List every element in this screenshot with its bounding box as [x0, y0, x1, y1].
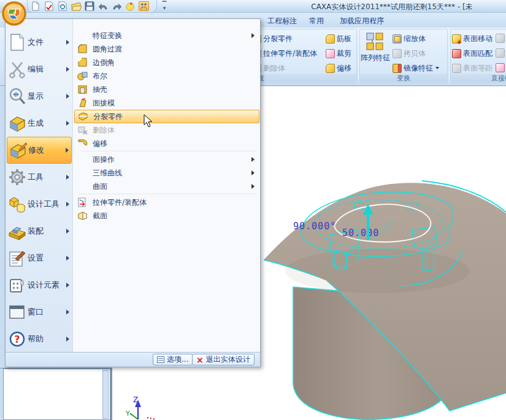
mirror-feature-button[interactable]: 镜像特征 [393, 62, 439, 74]
menu-item-help[interactable]: ? 帮助 [7, 326, 72, 353]
magnifier-icon [7, 86, 28, 107]
submenu-arrow-icon [66, 202, 69, 207]
scale-body-button[interactable]: 缩放体 [393, 32, 426, 45]
equidistant-face-icon [452, 64, 461, 73]
save-icon[interactable] [85, 1, 95, 11]
scale-body-icon [393, 34, 402, 44]
new-file-icon[interactable] [31, 1, 41, 11]
scissors-icon [7, 59, 28, 80]
render-sphere-icon[interactable] [125, 1, 136, 11]
redo-icon[interactable] [112, 1, 122, 11]
tab-load-application[interactable]: 加载应用程序 [335, 15, 389, 27]
mirror-feature-icon [393, 64, 402, 73]
submenu-item-offset[interactable]: 偏移 [74, 137, 259, 150]
equidistant-face-button: 表面等距 [452, 62, 493, 74]
tab-common[interactable]: 常用 [304, 15, 329, 27]
fillet-icon [77, 44, 88, 54]
array-feature-button[interactable]: 阵列特征 [361, 31, 390, 63]
submenu-arrow-icon [66, 283, 69, 288]
menu-item-assembly[interactable]: 装配 [7, 218, 72, 245]
submenu-arrow-icon [66, 229, 69, 234]
submenu-arrow-icon [66, 121, 69, 126]
submenu-item-split-part[interactable]: 分裂零件 [74, 110, 259, 123]
submenu-item-3d-curves[interactable]: 三维曲线 [74, 166, 259, 180]
undo-icon[interactable] [98, 1, 109, 11]
submenu-item-fillet[interactable]: 圆角过渡 [74, 42, 259, 56]
mouse-cursor [144, 114, 155, 131]
gear-icon [7, 167, 28, 188]
offset-icon [326, 64, 335, 73]
section-icon [77, 211, 88, 221]
file-preview-icon[interactable] [58, 1, 68, 11]
draft-icon [77, 98, 88, 108]
copy-body-icon [393, 49, 402, 58]
window-title: CAXA实体设计2011***试用期还剩15天*** - [未 [279, 2, 505, 12]
rib-plate-button[interactable]: 筋板 [326, 32, 351, 45]
menu-item-display[interactable]: 显示 [7, 83, 72, 110]
open-marked-file-icon[interactable] [44, 1, 55, 11]
submenu-item-delete-body: 删除体 [74, 123, 259, 137]
submenu-arrow-icon [66, 337, 69, 342]
menu-item-design-tools[interactable]: 设计工具 [7, 191, 72, 218]
menu-item-generate[interactable]: 生成 [7, 110, 72, 137]
stretch-part-button[interactable]: 拉伸零件/装配体 [252, 47, 317, 59]
menu-item-edit[interactable]: 编辑 [7, 56, 72, 83]
assembly-icon [7, 221, 28, 242]
submenu-arrow-icon [66, 175, 69, 180]
submenu-item-section[interactable]: 截面 [74, 209, 259, 223]
chamfer-icon [77, 58, 88, 67]
application-menu-button[interactable] [1, 1, 27, 26]
clipped-tool-icon[interactable] [496, 34, 505, 43]
dropdown-arrow-icon[interactable] [435, 67, 439, 69]
application-menu: 文件 编辑 显示 生成 修改 工具 设计工具 装配 [5, 18, 261, 367]
group-label: 直接编辑 [451, 74, 506, 83]
menu-item-window[interactable]: 窗口 [7, 299, 72, 326]
array-feature-icon [366, 31, 385, 52]
submenu-item-feature-transform[interactable]: 特征变换 [74, 29, 259, 42]
match-face-button[interactable]: 表面匹配 [452, 47, 493, 59]
shell-icon [77, 85, 88, 94]
move-face-button[interactable]: 表面移动 [452, 32, 493, 45]
toolbar-overflow-icon[interactable]: ▔▾ [161, 2, 168, 10]
submenu-item-chamfer[interactable]: 边倒角 [74, 56, 259, 69]
exit-x-icon: × [196, 356, 204, 364]
solid-cube-icon [7, 113, 28, 134]
submenu-item-surface[interactable]: 曲面 [74, 180, 259, 193]
options-button[interactable]: 选项... [153, 354, 193, 365]
submenu-arrow-icon [251, 33, 255, 38]
submenu-item-face-operations[interactable]: 面操作 [74, 153, 259, 166]
group-label: 变换 [360, 74, 447, 83]
design-library-panel[interactable] [3, 368, 110, 420]
trim-button[interactable]: 裁剪 [326, 47, 351, 59]
menu-separator [79, 151, 257, 152]
design-tools-icon [7, 194, 28, 215]
submenu-item-draft[interactable]: 面拔模 [74, 96, 259, 110]
exit-solid-design-button[interactable]: × 退出实体设计 [192, 354, 255, 365]
menu-item-design-elements[interactable]: 设计元素 [7, 272, 72, 299]
menu-item-settings[interactable]: 设置 [7, 245, 72, 272]
modify-cube-icon [7, 140, 28, 161]
split-part-icon [78, 112, 88, 121]
clipped-tool-icon[interactable] [496, 48, 505, 58]
design-elements-icon [7, 275, 28, 296]
offset-button[interactable]: 偏移 [326, 62, 351, 74]
menu-item-modify[interactable]: 修改 [7, 137, 72, 164]
submenu-item-stretch-part[interactable]: 拉伸零件/装配体 [74, 196, 259, 209]
submenu-item-boolean[interactable]: 布尔 [74, 69, 259, 83]
menu-item-tools[interactable]: 工具 [7, 164, 72, 191]
submenu-item-shell[interactable]: 抽壳 [74, 83, 259, 96]
open-folder-icon[interactable] [71, 1, 82, 11]
submenu-arrow-icon [251, 170, 255, 175]
library-scrollbar[interactable] [102, 370, 109, 419]
group-separator [358, 30, 359, 80]
clipped-tool-icon[interactable] [496, 63, 505, 72]
menu-footer: 选项... × 退出实体设计 [6, 352, 260, 367]
help-icon: ? [7, 329, 28, 349]
group-separator [449, 30, 450, 80]
tab-engineering-annotation[interactable]: 工程标注 [263, 15, 302, 27]
design-wizard-icon[interactable] [139, 1, 149, 11]
panel-splitter[interactable] [110, 368, 112, 420]
rib-plate-icon [326, 34, 335, 44]
menu-item-file[interactable]: 文件 [7, 29, 72, 56]
boolean-icon [77, 71, 88, 81]
